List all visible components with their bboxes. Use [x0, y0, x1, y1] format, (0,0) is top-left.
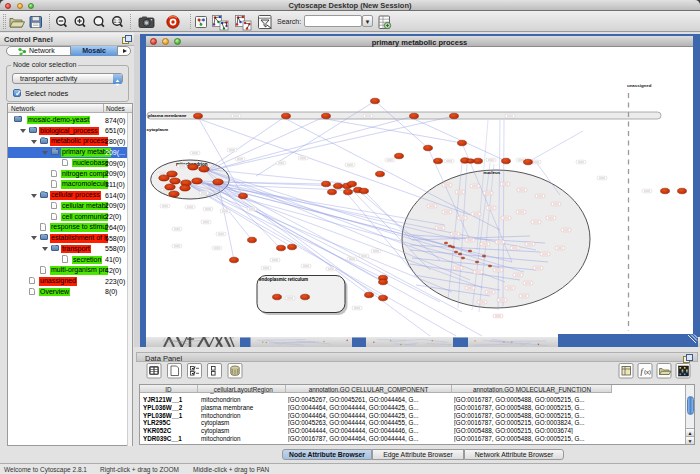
svg-text:plasma membrane: plasma membrane [148, 113, 187, 118]
svg-text:(x): (x) [644, 369, 651, 375]
svg-text:endoplasmic reticulum: endoplasmic reticulum [259, 277, 308, 282]
svg-text:nucleus: nucleus [484, 170, 501, 175]
svg-text:unassigned: unassigned [627, 83, 652, 88]
svg-text:1:1: 1:1 [114, 18, 121, 24]
svg-text:cytoplasm: cytoplasm [147, 127, 169, 132]
